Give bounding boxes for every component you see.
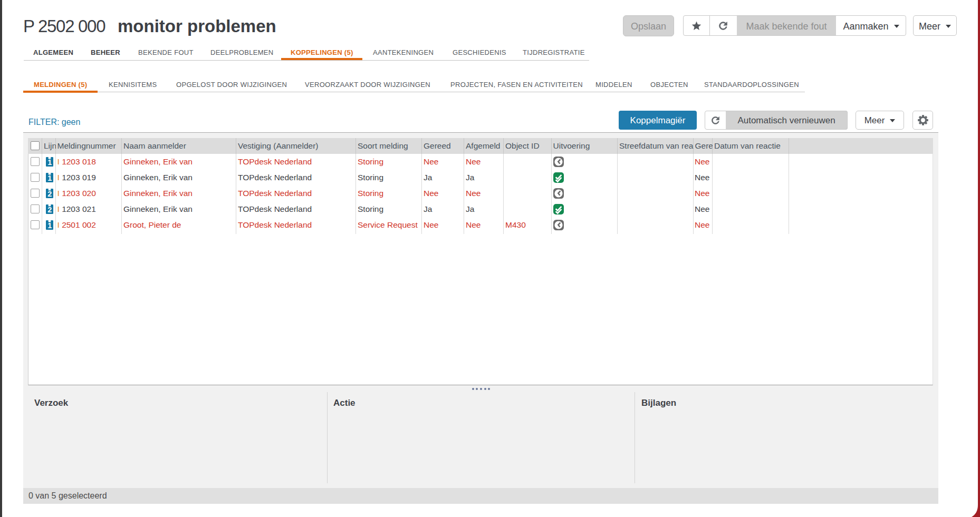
- svg-text:1: 1: [47, 174, 52, 182]
- svg-text:2: 2: [47, 206, 52, 214]
- svg-text:1: 1: [47, 158, 52, 167]
- svg-text:2: 2: [47, 190, 52, 198]
- svg-text:1: 1: [47, 221, 52, 230]
